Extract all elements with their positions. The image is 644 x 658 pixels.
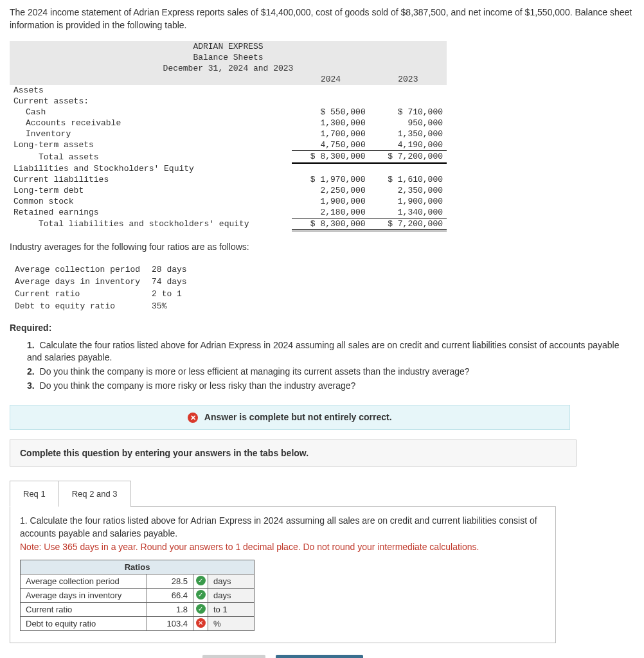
table-row-label: Current ratio (21, 603, 147, 617)
intro-text: The 2024 income statement of Adrian Expr… (10, 6, 634, 31)
indavg-row: Average days in inventory (11, 276, 147, 287)
x-icon: ✕ (188, 413, 198, 423)
prev-button[interactable]: < Req 1 (202, 655, 265, 658)
bs-row-inventory: Inventory (10, 129, 292, 139)
bs-col-2024: 2024 (292, 74, 369, 85)
bs-row-total-assets: Total assets (10, 151, 292, 163)
bs-row-ar: Accounts receivable (10, 118, 292, 129)
check-icon (193, 603, 208, 617)
tab-req-2-3[interactable]: Req 2 and 3 (58, 481, 131, 507)
bs-row-assets: Assets (10, 85, 292, 96)
table-row-label: Average days in inventory (21, 589, 147, 603)
unit-label: days (208, 574, 255, 589)
next-button[interactable]: Req 2 and 3 > (276, 655, 363, 658)
answer-input[interactable]: 1.8 (147, 603, 193, 617)
instruction-box: Complete this question by entering your … (10, 440, 577, 467)
nav-row: < Req 1 Req 2 and 3 > (10, 655, 556, 658)
tab-panel-req-1: 1. Calculate the four ratios listed abov… (10, 506, 556, 643)
bs-row-cs: Common stock (10, 196, 292, 207)
unit-label: to 1 (208, 603, 255, 617)
balance-sheet: ADRIAN EXPRESS Balance Sheets December 3… (10, 41, 447, 231)
bs-row-cash: Cash (10, 107, 292, 118)
answer-input[interactable]: 103.4 (147, 617, 193, 631)
indavg-row: Debt to equity ratio (11, 301, 147, 312)
indavg-row: Current ratio (11, 289, 147, 299)
indavg-row: Average collection period (11, 264, 147, 275)
bs-row-ltd: Long-term debt (10, 185, 292, 196)
required-item: Calculate the four ratios listed above f… (27, 340, 620, 362)
bs-title-3: December 31, 2024 and 2023 (10, 63, 447, 74)
bs-row-total-lse: Total liabilities and stockholders' equi… (10, 218, 292, 230)
unit-label: days (208, 589, 255, 603)
tab-strip: Req 1 Req 2 and 3 (10, 481, 556, 507)
bs-row-current-assets: Current assets: (10, 96, 292, 107)
bs-title-1: ADRIAN EXPRESS (10, 41, 447, 52)
tab-req-1[interactable]: Req 1 (10, 481, 59, 507)
table-row-label: Average collection period (21, 574, 147, 589)
panel-note: Note: Use 365 days in a year. Round your… (20, 542, 546, 552)
unit-label: % (208, 617, 255, 631)
bs-row-cl: Current liabilities (10, 174, 292, 185)
alert-text: Answer is complete but not entirely corr… (204, 412, 392, 422)
industry-avg-intro: Industry averages for the following four… (10, 241, 634, 254)
answer-table: Ratios Average collection period 28.5 da… (20, 560, 255, 631)
bs-row-re: Retained earnings (10, 207, 292, 218)
bs-title-2: Balance Sheets (10, 52, 447, 63)
panel-heading: 1. Calculate the four ratios listed abov… (20, 515, 546, 540)
answer-input[interactable]: 66.4 (147, 589, 193, 603)
industry-avg-table: Average collection period28 days Average… (10, 263, 195, 313)
table-row-label: Debt to equity ratio (21, 617, 147, 631)
check-icon (193, 574, 208, 589)
x-icon (193, 617, 208, 631)
required-item: Do you think the company is more risky o… (37, 380, 356, 391)
bs-row-lse: Liabilities and Stockholders' Equity (10, 163, 292, 174)
required-heading: Required: (10, 323, 634, 333)
required-item: Do you think the company is more or less… (37, 366, 470, 377)
bs-row-lta: Long-term assets (10, 139, 292, 151)
bs-col-2023: 2023 (370, 74, 447, 85)
required-list: 1. Calculate the four ratios listed abov… (27, 339, 634, 392)
alert-box: ✕ Answer is complete but not entirely co… (10, 405, 570, 430)
check-icon (193, 589, 208, 603)
answer-col-header: Ratios (21, 560, 255, 574)
answer-input[interactable]: 28.5 (147, 574, 193, 589)
